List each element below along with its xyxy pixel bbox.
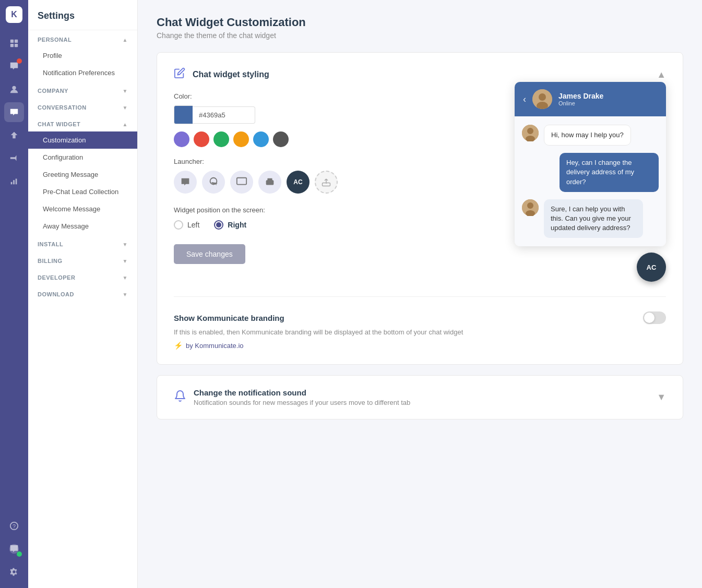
- company-chevron: ▼: [123, 88, 128, 94]
- nav-icon-dashboard[interactable]: [4, 33, 24, 53]
- svg-point-17: [539, 93, 546, 101]
- msg-bubble-3: Sure, I can help you with this. Can you …: [544, 199, 643, 238]
- chat-widget-section-header[interactable]: CHAT WIDGET ▲: [28, 115, 137, 131]
- position-left-option[interactable]: Left: [174, 220, 199, 230]
- notification-sound-card: Change the notification sound Notificati…: [157, 375, 683, 419]
- download-section: DOWNLOAD ▼: [28, 285, 137, 302]
- app-logo[interactable]: K: [6, 6, 22, 23]
- svg-rect-6: [13, 180, 15, 184]
- position-left-label: Left: [187, 221, 199, 229]
- branding-toggle[interactable]: [643, 311, 666, 324]
- svg-rect-0: [10, 40, 14, 43]
- nav-icon-contacts[interactable]: [4, 79, 24, 99]
- branding-row: Show Kommunicate branding: [174, 311, 666, 324]
- color-swatch[interactable]: [174, 105, 193, 124]
- chat-back-btn[interactable]: ‹: [523, 94, 526, 105]
- sidebar-item-notification-preferences[interactable]: Notification Preferences: [28, 64, 137, 81]
- download-chevron: ▼: [123, 292, 128, 297]
- radio-left[interactable]: [174, 220, 183, 230]
- notification-sound-title: Change the notification sound: [194, 388, 657, 397]
- color-red[interactable]: [194, 131, 209, 147]
- chat-agent-avatar: [532, 89, 552, 109]
- save-changes-button[interactable]: Save changes: [174, 244, 245, 264]
- page-title: Chat Widget Customization: [157, 16, 683, 29]
- color-hex-input[interactable]: [193, 106, 255, 124]
- install-section: INSTALL ▼: [28, 235, 137, 251]
- color-dark[interactable]: [273, 131, 289, 147]
- notification-sound-collapse-btn[interactable]: ▼: [657, 392, 666, 403]
- svg-rect-7: [16, 179, 17, 185]
- position-label: Widget position on the screen:: [174, 206, 494, 214]
- svg-text:?: ?: [13, 523, 16, 530]
- color-blue[interactable]: [253, 131, 269, 147]
- bell-icon: [174, 390, 186, 405]
- nav-icon-campaigns[interactable]: [4, 125, 24, 145]
- personal-section-header[interactable]: PERSONAL ▲: [28, 30, 137, 47]
- position-right-label: Right: [228, 221, 246, 229]
- sidebar-item-profile[interactable]: Profile: [28, 47, 137, 64]
- color-yellow[interactable]: [233, 131, 249, 147]
- color-green[interactable]: [213, 131, 229, 147]
- branding-link[interactable]: ⚡ by Kommunicate.io: [174, 341, 666, 350]
- launcher-icons-row: AC: [174, 171, 494, 194]
- launcher-avatar[interactable]: AC: [287, 171, 310, 194]
- position-right-option[interactable]: Right: [214, 220, 246, 230]
- install-section-header[interactable]: INSTALL ▼: [28, 235, 137, 251]
- card-styling-collapse-btn[interactable]: ▲: [657, 69, 666, 80]
- nav-icon-settings[interactable]: [4, 562, 24, 582]
- sidebar-item-configuration[interactable]: Configuration: [28, 149, 137, 166]
- launcher-option-2[interactable]: [202, 171, 225, 194]
- main-content: Chat Widget Customization Change the the…: [138, 0, 702, 588]
- svg-rect-5: [11, 182, 13, 185]
- company-section-header[interactable]: COMPANY ▼: [28, 81, 137, 98]
- launcher-option-3[interactable]: [230, 171, 253, 194]
- billing-section-header[interactable]: BILLING ▼: [28, 251, 137, 268]
- nav-icon-megaphone[interactable]: [4, 148, 24, 168]
- branding-section: Show Kommunicate branding If this is ena…: [157, 297, 683, 364]
- card-styling-title: Chat widget styling: [193, 70, 269, 79]
- card-styling-header: Chat widget styling ▲: [174, 67, 666, 82]
- nav-icon-help[interactable]: ?: [4, 516, 24, 536]
- svg-rect-2: [10, 44, 14, 47]
- personal-chevron: ▲: [123, 37, 128, 43]
- radio-right[interactable]: [214, 220, 223, 230]
- notification-badge: [17, 58, 22, 64]
- sidebar-item-away-message[interactable]: Away Message: [28, 218, 137, 235]
- chat-preview-widget: ‹ James Drake Online: [515, 82, 666, 246]
- launcher-option-4[interactable]: [258, 171, 281, 194]
- sidebar-item-customization[interactable]: Customization: [28, 131, 137, 149]
- online-dot: [17, 551, 22, 557]
- nav-icon-chat-bubble[interactable]: [4, 539, 24, 559]
- nav-icon-conversations[interactable]: [4, 56, 24, 76]
- branding-desc: If this is enabled, then Kommunicate bra…: [174, 328, 666, 336]
- developer-section-header[interactable]: DEVELOPER ▼: [28, 268, 137, 285]
- chat-msg-incoming-1: Hi, how may I help you?: [522, 125, 659, 146]
- float-btn[interactable]: AC: [637, 253, 666, 282]
- launcher-upload[interactable]: [315, 171, 338, 194]
- sidebar: Settings PERSONAL ▲ Profile Notification…: [28, 0, 138, 588]
- conversation-section: CONVERSATION ▼: [28, 98, 137, 115]
- billing-section: BILLING ▼: [28, 251, 137, 268]
- color-purple[interactable]: [174, 131, 189, 147]
- conversation-section-header[interactable]: CONVERSATION ▼: [28, 98, 137, 115]
- chat-agent-status: Online: [558, 100, 658, 106]
- chat-agent-name: James Drake: [558, 92, 658, 100]
- position-row: Left Right: [174, 220, 494, 230]
- chat-agent-info: James Drake Online: [558, 92, 658, 106]
- download-section-header[interactable]: DOWNLOAD ▼: [28, 285, 137, 302]
- notification-sound-desc: Notification sounds for new messages if …: [194, 399, 657, 406]
- notification-sound-info: Change the notification sound Notificati…: [194, 388, 657, 406]
- svg-rect-12: [237, 178, 246, 185]
- sidebar-item-greeting-message[interactable]: Greeting Message: [28, 166, 137, 183]
- launcher-label: Launcher:: [174, 158, 494, 165]
- sidebar-item-welcome-message[interactable]: Welcome Message: [28, 200, 137, 218]
- nav-icon-chat[interactable]: [4, 102, 24, 122]
- sidebar-item-pre-chat[interactable]: Pre-Chat Lead Collection: [28, 183, 137, 200]
- nav-icon-reports[interactable]: [4, 171, 24, 191]
- icon-bar: K ?: [0, 0, 28, 588]
- color-input-row: [174, 105, 494, 124]
- branding-title: Show Kommunicate branding: [174, 314, 284, 322]
- svg-rect-3: [15, 44, 18, 47]
- launcher-option-1[interactable]: [174, 171, 197, 194]
- chat-msg-outgoing: Hey, can I change the delivery address o…: [522, 153, 659, 192]
